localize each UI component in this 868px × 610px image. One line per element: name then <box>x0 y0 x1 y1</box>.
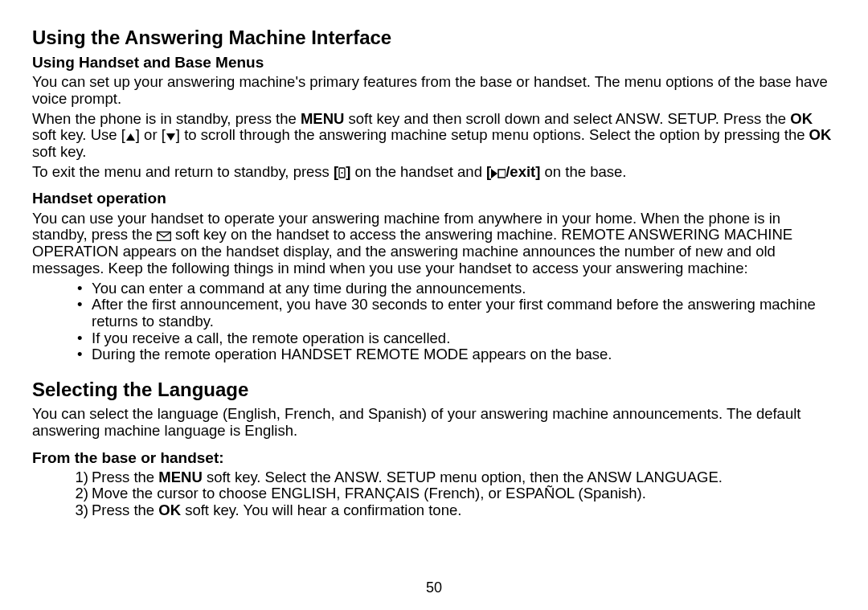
heading-from-base-or-handset: From the base or handset: <box>32 449 836 466</box>
list-item: After the first announcement, you have 3… <box>92 297 836 330</box>
handset-exit-icon: [] <box>334 163 350 180</box>
svg-marker-0 <box>126 133 135 141</box>
svg-marker-1 <box>166 133 175 141</box>
text: Move the cursor to choose ENGLISH, FRANÇ… <box>92 485 646 502</box>
text: soft key. <box>32 143 87 160</box>
text: ] to scroll through the answering machin… <box>176 126 809 143</box>
para-setup-primary: You can set up your answering machine's … <box>32 74 836 107</box>
base-exit-label: [/exit] <box>486 163 540 180</box>
list-item: During the remote operation HANDSET REMO… <box>92 346 836 363</box>
ok-softkey-label: OK <box>809 126 832 143</box>
envelope-icon <box>157 231 171 241</box>
heading-handset-operation: Handset operation <box>32 190 836 207</box>
text: soft key. Use [ <box>32 126 125 143</box>
text: When the phone is in standby, press the <box>32 110 301 127</box>
arrow-down-icon <box>166 133 176 141</box>
ok-softkey-label: OK <box>158 502 181 518</box>
list-item: 1)Press the MENU soft key. Select the AN… <box>92 469 836 486</box>
para-menu-scroll: When the phone is in standby, press the … <box>32 111 836 161</box>
heading-selecting-language: Selecting the Language <box>32 379 836 401</box>
handset-operation-list: You can enter a command at any time duri… <box>32 280 836 364</box>
list-item: 2)Move the cursor to choose ENGLISH, FRA… <box>92 485 836 502</box>
ok-softkey-label: OK <box>790 110 813 127</box>
text: Press the <box>92 469 158 485</box>
heading-handset-base-menus: Using Handset and Base Menus <box>32 54 836 71</box>
step-number: 1) <box>68 469 88 486</box>
menu-softkey-label: MENU <box>301 110 344 127</box>
text: To exit the menu and return to standby, … <box>32 163 334 180</box>
list-item: 3)Press the OK soft key. You will hear a… <box>92 502 836 519</box>
text: soft key and then scroll down and select… <box>344 110 790 127</box>
language-steps-list: 1)Press the MENU soft key. Select the AN… <box>32 469 836 519</box>
heading-answering-interface: Using the Answering Machine Interface <box>32 27 836 49</box>
arrow-up-icon <box>125 133 136 141</box>
svg-rect-5 <box>498 170 506 178</box>
para-exit-standby: To exit the menu and return to standby, … <box>32 164 836 181</box>
play-stop-icon <box>491 169 506 178</box>
list-item: If you receive a call, the remote operat… <box>92 330 836 347</box>
svg-point-3 <box>342 172 343 174</box>
text: ] or [ <box>136 126 166 143</box>
text: soft key. Select the ANSW. SETUP menu op… <box>203 469 723 485</box>
text: Press the <box>92 502 158 518</box>
text: soft key. You will hear a confirmation t… <box>181 502 461 518</box>
step-number: 3) <box>68 502 88 519</box>
exit-text: /exit] <box>506 163 540 180</box>
para-language-intro: You can select the language (English, Fr… <box>32 406 836 439</box>
svg-marker-4 <box>491 169 497 178</box>
text: on the handset and <box>350 163 486 180</box>
list-item: You can enter a command at any time duri… <box>92 280 836 297</box>
para-handset-operation: You can use your handset to operate your… <box>32 211 836 277</box>
step-number: 2) <box>68 485 88 502</box>
text: on the base. <box>540 163 626 180</box>
page-number: 50 <box>0 579 868 596</box>
menu-softkey-label: MENU <box>158 469 202 485</box>
